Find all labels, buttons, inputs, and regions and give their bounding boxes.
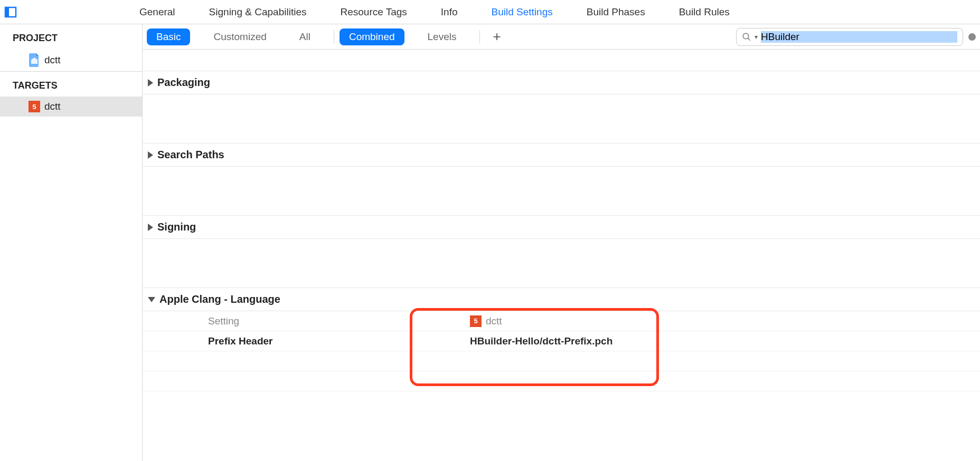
tab-general[interactable]: General (123, 6, 192, 18)
setting-value-cell[interactable]: HBuilder-Hello/dctt-Prefix.pch (470, 335, 980, 347)
html5-icon: 5 (29, 101, 40, 112)
search-input[interactable] (761, 31, 957, 43)
setting-value-text: HBuilder-Hello/dctt-Prefix.pch (470, 335, 612, 347)
empty-row (143, 371, 980, 391)
panel-toggle-icon[interactable] (4, 6, 17, 18)
status-indicator-icon (968, 33, 976, 41)
column-header-target: 5 dctt (470, 315, 980, 327)
section-title-signing: Signing (157, 221, 196, 233)
project-navigator-sidebar: PROJECT dctt TARGETS 5 dctt (0, 24, 143, 461)
empty-row (143, 351, 980, 371)
disclosure-triangle-down-icon[interactable] (148, 297, 155, 302)
build-settings-list[interactable]: Packaging Search Paths Signing Apple Cla… (143, 50, 980, 461)
sidebar-target-label: dctt (44, 101, 61, 112)
section-apple-clang-language[interactable]: Apple Clang - Language (143, 287, 980, 311)
sidebar-targets-header: TARGETS (0, 72, 142, 97)
filter-divider-2 (479, 30, 480, 44)
empty-row (143, 391, 980, 411)
tab-signing-capabilities[interactable]: Signing & Capabilities (192, 6, 324, 18)
column-header-target-label: dctt (486, 315, 502, 327)
grid-header-row: Setting 5 dctt (143, 311, 980, 331)
setting-name-cell: Prefix Header (143, 335, 470, 347)
setting-row-prefix-header[interactable]: Prefix Header HBuilder-Hello/dctt-Prefix… (143, 331, 980, 351)
section-title-search-paths: Search Paths (157, 149, 224, 161)
editor-tabs: General Signing & Capabilities Resource … (0, 0, 980, 24)
search-icon (742, 32, 751, 42)
filter-levels[interactable]: Levels (418, 28, 466, 45)
section-signing[interactable]: Signing (143, 215, 980, 239)
clang-settings-grid: Setting 5 dctt Prefix Header HBuilder-He… (143, 311, 980, 411)
svg-line-3 (748, 38, 750, 41)
tab-build-phases[interactable]: Build Phases (570, 6, 662, 18)
filter-divider (334, 30, 334, 44)
disclosure-triangle-icon[interactable] (148, 224, 153, 231)
add-setting-button[interactable]: + (485, 28, 508, 45)
column-header-setting: Setting (143, 315, 470, 327)
filter-basic[interactable]: Basic (147, 28, 190, 45)
section-title-packaging: Packaging (157, 76, 210, 89)
setting-name-label: Prefix Header (208, 335, 273, 347)
svg-rect-1 (5, 7, 9, 17)
section-search-paths[interactable]: Search Paths (143, 143, 980, 167)
filter-all[interactable]: All (290, 28, 320, 45)
disclosure-triangle-icon[interactable] (148, 79, 153, 87)
sidebar-project-label: dctt (44, 54, 61, 66)
search-field-wrap[interactable]: ▾ (736, 28, 963, 46)
sidebar-project-header: PROJECT (0, 24, 142, 49)
build-settings-filter-bar: Basic Customized All Combined Levels + ▾ (143, 24, 980, 50)
filter-customized[interactable]: Customized (204, 28, 276, 45)
sidebar-project-item[interactable]: dctt (0, 49, 142, 71)
filter-combined[interactable]: Combined (340, 28, 404, 45)
sidebar-target-item[interactable]: 5 dctt (0, 97, 142, 117)
tab-info[interactable]: Info (424, 6, 475, 18)
tab-build-rules[interactable]: Build Rules (662, 6, 747, 18)
html5-icon: 5 (470, 315, 482, 327)
section-packaging[interactable]: Packaging (143, 71, 980, 94)
svg-point-2 (743, 33, 749, 39)
tab-resource-tags[interactable]: Resource Tags (323, 6, 423, 18)
section-title-apple-clang: Apple Clang - Language (159, 293, 280, 305)
search-scope-chevron-icon[interactable]: ▾ (755, 33, 758, 41)
xcode-project-icon (29, 53, 40, 67)
tab-build-settings[interactable]: Build Settings (475, 6, 570, 18)
disclosure-triangle-icon[interactable] (148, 151, 153, 159)
